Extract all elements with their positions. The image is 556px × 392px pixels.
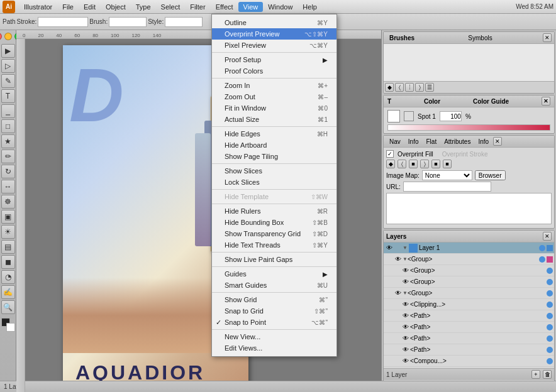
menu-item-outline[interactable]: Outline ⌘Y	[212, 17, 336, 28]
window-minimize-btn[interactable]	[4, 33, 12, 40]
menu-item-pixel-preview[interactable]: Pixel Preview ⌥⌘Y	[212, 40, 336, 51]
layer-target-dot[interactable]	[547, 290, 553, 297]
menu-item-overprint-preview[interactable]: Overprint Preview ⌥⇧⌘Y	[212, 28, 336, 40]
tab-info2[interactable]: Info	[475, 138, 492, 146]
pencil-tool[interactable]: ✏	[1, 150, 15, 163]
tab-symbols[interactable]: Symbols	[465, 34, 495, 42]
brush-options-btn[interactable]: ☰	[425, 83, 434, 92]
tab-attributes[interactable]: Attributes	[441, 138, 474, 146]
type-tool[interactable]: T	[1, 89, 15, 103]
tab-info[interactable]: Info	[405, 138, 422, 146]
layer-visibility-toggle[interactable]: 👁	[401, 300, 410, 309]
menu-item-actual-size[interactable]: Actual Size ⌘1	[212, 114, 336, 125]
graph-tool[interactable]: ▤	[1, 240, 15, 254]
layer-visibility-toggle[interactable]: 👁	[401, 357, 410, 366]
brush-tool[interactable]: ★	[1, 134, 15, 148]
warp-tool[interactable]: ☸	[1, 195, 15, 209]
brush-tool-4[interactable]: 〉	[415, 83, 424, 92]
layer-visibility-toggle[interactable]: 👁	[401, 346, 410, 354]
menu-window[interactable]: Window	[263, 2, 297, 12]
layer-expand-arrow[interactable]: ▼	[403, 256, 408, 262]
menu-effect[interactable]: Effect	[211, 2, 238, 12]
menu-item-zoom-out[interactable]: Zoom Out ⌘–	[212, 91, 336, 102]
menu-select[interactable]: Select	[156, 2, 186, 12]
layer-visibility-toggle[interactable]: 👁	[401, 368, 410, 369]
layer-row[interactable]: 👁 <Compou...>	[384, 356, 554, 367]
image-map-select[interactable]: None	[422, 170, 472, 180]
color-value-input[interactable]	[440, 111, 462, 121]
menu-item-fit-window[interactable]: Fit in Window ⌘0	[212, 102, 336, 114]
nav-btn-2[interactable]: 〈	[398, 160, 406, 168]
nav-btn-1[interactable]: ◆	[386, 160, 395, 168]
layer-visibility-toggle[interactable]: 👁	[401, 323, 410, 332]
gradient-tool[interactable]: ◼	[1, 255, 15, 269]
layers-panel-close[interactable]: ✕	[543, 232, 552, 241]
menu-item-show-slices[interactable]: Show Slices	[212, 165, 336, 177]
layer-row[interactable]: 👁 ▼ <Group>	[384, 254, 554, 265]
layer-visibility-toggle[interactable]: 👁	[401, 266, 410, 275]
layer-expand-arrow[interactable]: ▼	[403, 245, 408, 251]
layer-target-dot[interactable]	[547, 335, 553, 342]
overprint-fill-checkbox[interactable]: ✓	[386, 150, 394, 158]
layer-lock-toggle[interactable]	[394, 244, 403, 253]
layer-target-dot[interactable]	[547, 324, 553, 330]
brush-tool-3[interactable]: ⋮	[405, 83, 414, 92]
menu-item-show-live-paint-gaps[interactable]: Show Live Paint Gaps	[212, 254, 336, 265]
menu-item-new-view[interactable]: New View...	[212, 331, 336, 342]
menu-item-hide-artboard[interactable]: Hide Artboard	[212, 139, 336, 151]
stroke-swatch[interactable]	[404, 111, 414, 121]
menu-item-snap-to-point[interactable]: ✓ Snap to Point ⌥⌘"	[212, 317, 336, 328]
brush-input[interactable]	[109, 17, 147, 27]
url-input[interactable]	[403, 182, 491, 192]
direct-select-tool[interactable]: ▷	[1, 59, 15, 73]
brush-tool-1[interactable]: ◆	[385, 83, 394, 92]
menu-item-show-page-tiling[interactable]: Show Page Tiling	[212, 151, 336, 162]
nav-btn-5[interactable]: ■	[431, 160, 440, 168]
layer-row[interactable]: 👁 <Path>	[384, 310, 554, 322]
tab-brushes[interactable]: Brushes	[386, 34, 418, 42]
menu-edit[interactable]: Edit	[79, 2, 101, 12]
zoom-tool[interactable]: 🔍	[1, 300, 15, 314]
window-close-btn[interactable]	[0, 33, 2, 40]
menu-item-hide-template[interactable]: Hide Template ⇧⌘W	[212, 191, 336, 202]
menu-item-proof-setup[interactable]: Proof Setup ▶	[212, 54, 336, 65]
layer-visibility-toggle[interactable]: 👁	[401, 278, 410, 286]
style-input[interactable]	[165, 17, 203, 27]
layer-expand-arrow[interactable]: ▼	[403, 290, 408, 296]
tab-nav[interactable]: Nav	[386, 138, 404, 146]
layer-row[interactable]: 👁 <Group>	[384, 265, 554, 276]
layer-row[interactable]: 👁 <Path>	[384, 322, 554, 333]
layer-target-dot[interactable]	[547, 279, 553, 285]
menu-item-lock-slices[interactable]: Lock Slices	[212, 177, 336, 188]
fill-swatch[interactable]	[387, 110, 400, 122]
layer-visibility-toggle[interactable]: 👁	[394, 255, 403, 264]
menu-item-zoom-in[interactable]: Zoom In ⌘+	[212, 80, 336, 91]
menu-item-smart-guides[interactable]: Smart Guides ⌘U	[212, 280, 336, 291]
menu-item-proof-colors[interactable]: Proof Colors	[212, 65, 336, 77]
brushes-close-btn[interactable]: ✕	[543, 33, 552, 42]
color-slider[interactable]	[387, 124, 550, 131]
delete-layer-btn[interactable]: 🗑	[543, 370, 552, 379]
menu-item-hide-bounding-box[interactable]: Hide Bounding Box ⇧⌘B	[212, 217, 336, 228]
color-panel-tab-guide[interactable]: Color Guide	[473, 98, 509, 105]
layer-row[interactable]: 👁 ▼ Layer 1	[384, 242, 554, 254]
menu-item-guides[interactable]: Guides ▶	[212, 268, 336, 280]
eyedropper-tool[interactable]: ◔	[1, 270, 15, 284]
layer-target-dot[interactable]	[547, 302, 553, 308]
scale-tool[interactable]: ↔	[1, 180, 15, 193]
layer-row[interactable]: 👁 ▼ <Group>	[384, 288, 554, 299]
menu-object[interactable]: Object	[101, 2, 131, 12]
layer-target-dot[interactable]	[539, 256, 545, 263]
menu-item-edit-views[interactable]: Edit Views...	[212, 342, 336, 354]
menu-item-hide-edges[interactable]: Hide Edges ⌘H	[212, 128, 336, 139]
stroke-input[interactable]	[38, 17, 88, 27]
color-panel-close[interactable]: ✕	[542, 97, 550, 106]
browser-button[interactable]: Browser	[475, 170, 506, 180]
layer-visibility-toggle[interactable]: 👁	[394, 289, 403, 298]
menu-item-hide-rulers[interactable]: Hide Rulers ⌘R	[212, 205, 336, 217]
layer-visibility-toggle[interactable]: 👁	[385, 244, 394, 253]
line-tool[interactable]: ⎯	[1, 104, 15, 118]
layer-target-dot[interactable]	[547, 313, 553, 319]
hand-tool[interactable]: ✍	[1, 285, 15, 299]
layer-visibility-toggle[interactable]: 👁	[401, 334, 410, 343]
